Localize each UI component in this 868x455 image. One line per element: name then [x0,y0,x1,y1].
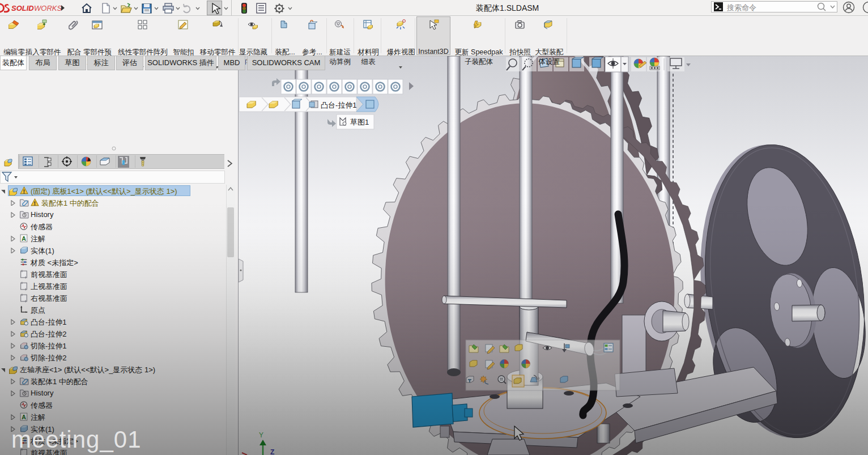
svg-text:A: A [22,235,26,242]
svg-text:WORKS: WORKS [34,4,62,12]
svg-text:A: A [22,414,26,420]
svg-text:SOLID: SOLID [11,4,34,12]
svg-text:Y: Y [259,431,263,439]
svg-text:草图1: 草图1 [350,118,369,126]
svg-text:Z: Z [270,448,274,455]
svg-text:凸台-拉伸1: 凸台-拉伸1 [321,101,357,109]
